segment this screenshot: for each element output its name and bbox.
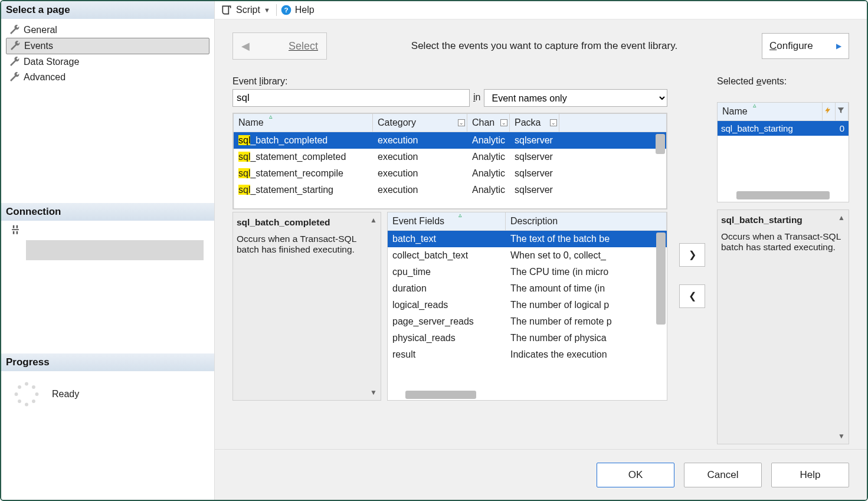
nav-general[interactable]: General: [6, 22, 209, 38]
nav-advanced[interactable]: Advanced: [6, 70, 209, 85]
grid-header: Name▵ Category⌄ Chan⌄ Packa⌄: [234, 114, 666, 132]
horizontal-scrollbar[interactable]: [405, 391, 476, 399]
svg-point-3: [32, 400, 35, 403]
lower-row: ▲ sql_batch_completed Occurs when a Tran…: [232, 212, 667, 401]
nav-label: Data Storage: [24, 57, 79, 67]
sidebar-title: Select a page: [1, 1, 214, 19]
top-row: ◀ Select Select the events you want to c…: [232, 32, 849, 60]
lightning-icon[interactable]: [823, 103, 836, 120]
event-description-panel: ▲ sql_batch_completed Occurs when a Tran…: [232, 212, 381, 401]
search-input[interactable]: [232, 89, 470, 107]
configure-label: Configure: [769, 40, 813, 52]
wrench-icon: [8, 71, 20, 83]
svg-point-6: [15, 392, 18, 396]
nav-list: General Events Data Storage Advanced: [1, 19, 214, 203]
field-row[interactable]: cpu_timeThe CPU time (in micro: [388, 264, 667, 280]
progress-status: Ready: [52, 389, 79, 400]
col-name[interactable]: Name▵: [718, 103, 823, 120]
nav-label: Advanced: [24, 72, 65, 83]
field-row[interactable]: resultIndicates the execution: [388, 346, 667, 363]
selected-row[interactable]: sql_batch_starting 0: [718, 121, 849, 136]
filter-icon[interactable]: [836, 103, 849, 120]
event-library-grid[interactable]: Name▵ Category⌄ Chan⌄ Packa⌄: [232, 113, 667, 209]
scroll-up-icon[interactable]: ▲: [370, 216, 377, 224]
connection-body: [1, 221, 214, 353]
svg-point-2: [35, 392, 39, 396]
back-button[interactable]: ◀ Select: [232, 32, 327, 60]
chevron-left-icon: ◀: [241, 40, 250, 53]
col-channel[interactable]: Chan⌄: [467, 114, 510, 132]
search-scope-select[interactable]: Event names only: [484, 89, 667, 107]
scroll-down-icon[interactable]: ▼: [838, 432, 845, 440]
content-area: ◀ Select Select the events you want to c…: [215, 19, 867, 449]
add-event-button[interactable]: ❯: [679, 243, 705, 267]
selected-events-column: Selected events: Name▵: [717, 76, 849, 444]
selected-events-grid[interactable]: Name▵ sql_batch_starting: [717, 102, 849, 202]
field-row[interactable]: collect_batch_textWhen set to 0, collect…: [388, 247, 667, 264]
help-icon: ?: [280, 4, 292, 16]
help-button[interactable]: Help: [771, 463, 849, 487]
dialog-footer: OK Cancel Help: [215, 449, 867, 500]
col-event-fields[interactable]: Event Fields▵: [388, 212, 506, 230]
help-label: Help: [295, 5, 315, 15]
chevron-right-icon: ▶: [836, 42, 841, 50]
scroll-up-icon[interactable]: ▲: [838, 214, 845, 222]
field-row[interactable]: durationThe amount of time (in: [388, 280, 667, 297]
ok-button[interactable]: OK: [597, 463, 674, 487]
script-dropdown[interactable]: Script ▼: [218, 3, 273, 17]
selected-events-label: Selected events:: [717, 76, 849, 87]
search-row: in Event names only: [232, 89, 667, 107]
help-button[interactable]: ? Help: [280, 4, 315, 16]
event-library-column: Event library: in Event names only Name▵: [232, 76, 667, 444]
remove-event-button[interactable]: ❮: [679, 284, 705, 308]
grid-row[interactable]: sql_statement_completed execution Analyt…: [234, 149, 666, 165]
sel-desc-title: sql_batch_starting: [721, 215, 845, 225]
spinner-icon: [13, 381, 40, 408]
grid-row[interactable]: sql_statement_recompile execution Analyt…: [234, 165, 666, 182]
server-icon: [9, 224, 21, 238]
col-name[interactable]: Name▵: [234, 114, 373, 132]
nav-events[interactable]: Events: [6, 38, 209, 54]
grid-row[interactable]: sql_statement_starting execution Analyti…: [234, 182, 666, 198]
field-row[interactable]: page_server_readsThe number of remote p: [388, 313, 667, 330]
svg-point-0: [25, 382, 28, 386]
sel-body: sql_batch_starting 0: [718, 121, 849, 136]
grid-row[interactable]: sql_batch_completed execution Analytic s…: [234, 132, 666, 149]
cancel-button[interactable]: Cancel: [684, 463, 762, 487]
sel-desc-text: Occurs when a Transact-SQL batch has sta…: [721, 231, 845, 253]
field-row[interactable]: logical_readsThe number of logical p: [388, 297, 667, 313]
sort-asc-icon: ▵: [458, 212, 462, 219]
field-row[interactable]: batch_textThe text of the batch be: [388, 231, 667, 247]
scrollbar-thumb[interactable]: [656, 134, 665, 154]
chevron-down-icon[interactable]: ⌄: [458, 119, 465, 126]
horizontal-scrollbar[interactable]: [736, 191, 830, 199]
col-category[interactable]: Category⌄: [373, 114, 467, 132]
svg-point-4: [25, 403, 28, 407]
svg-text:?: ?: [284, 6, 288, 14]
col-description[interactable]: Description: [506, 212, 667, 230]
wrench-icon: [8, 24, 20, 36]
fields-header: Event Fields▵ Description: [388, 212, 667, 231]
script-label: Script: [236, 5, 260, 15]
col-package[interactable]: Packa⌄: [510, 114, 559, 132]
event-desc-text: Occurs when a Transact-SQL batch has fin…: [237, 234, 377, 255]
nav-label: General: [24, 25, 57, 35]
chevron-down-icon[interactable]: ⌄: [550, 119, 557, 126]
scrollbar-thumb[interactable]: [656, 233, 666, 325]
nav-data-storage[interactable]: Data Storage: [6, 54, 209, 70]
in-label: in: [473, 92, 480, 104]
progress-title: Progress: [1, 353, 214, 371]
field-row[interactable]: physical_readsThe number of physica: [388, 330, 667, 346]
connection-name-field[interactable]: [26, 240, 204, 260]
configure-button[interactable]: Configure ▶: [762, 33, 849, 59]
fields-body: batch_textThe text of the batch be colle…: [388, 231, 667, 363]
event-fields-grid[interactable]: Event Fields▵ Description batch_textThe …: [387, 212, 667, 401]
sort-asc-icon: ▵: [269, 113, 273, 120]
sel-grid-header: Name▵: [718, 103, 849, 121]
sort-asc-icon: ▵: [753, 101, 756, 109]
event-library-label: Event library:: [232, 76, 667, 87]
scroll-down-icon[interactable]: ▼: [370, 388, 377, 397]
chevron-down-icon[interactable]: ⌄: [500, 119, 507, 126]
chevron-down-icon: ▼: [264, 6, 270, 14]
script-icon: [221, 4, 232, 16]
